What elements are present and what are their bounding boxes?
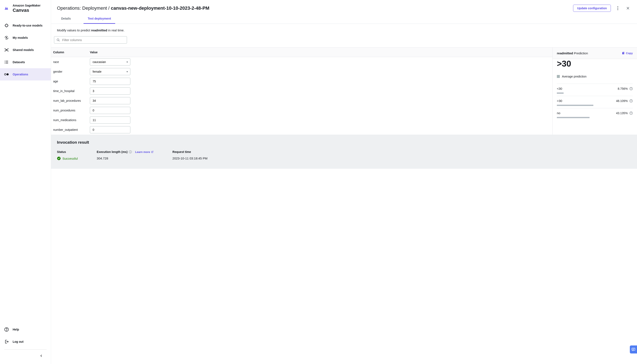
sidebar-item-label: Datasets bbox=[13, 60, 25, 64]
tabs: Details Test deployment bbox=[51, 14, 637, 24]
feature-name: num_lab_procedures bbox=[53, 99, 90, 102]
invocation-status-label: Status bbox=[57, 150, 78, 154]
sidebar-item-ready-to-use-models[interactable]: Ready-to-use models bbox=[0, 20, 51, 32]
feature-row: number_outpatient bbox=[51, 125, 552, 134]
prediction-title-bold: readmitted bbox=[557, 52, 573, 55]
feature-input-num_medications[interactable] bbox=[90, 116, 130, 124]
learn-more-link[interactable]: Learn more bbox=[135, 150, 153, 154]
close-button[interactable] bbox=[625, 5, 631, 12]
kebab-menu-button[interactable] bbox=[615, 5, 621, 12]
copy-prediction-button[interactable]: Copy bbox=[622, 52, 633, 55]
feature-row: race▼ bbox=[51, 57, 552, 67]
feature-input-time_in_hospital[interactable] bbox=[90, 88, 130, 94]
sidebar-item-label: Ready-to-use models bbox=[13, 24, 43, 27]
feature-row: num_lab_procedures bbox=[51, 96, 552, 106]
feature-select-race[interactable] bbox=[90, 58, 130, 66]
tab-details[interactable]: Details bbox=[57, 14, 75, 24]
prediction-legend: Average prediction bbox=[553, 74, 637, 84]
sidebar-item-operations[interactable]: Operations bbox=[0, 68, 51, 80]
breadcrumb: Operations: Deployment / canvas-new-depl… bbox=[57, 6, 569, 11]
logout-icon bbox=[4, 339, 9, 344]
info-icon[interactable]: i bbox=[129, 150, 132, 153]
prediction-bar bbox=[557, 105, 593, 106]
instruction-target: readmitted bbox=[91, 28, 107, 32]
info-icon[interactable] bbox=[629, 99, 633, 102]
feature-name: time_in_hospital bbox=[53, 89, 90, 93]
sidebar-item-shared-models[interactable]: Shared models bbox=[0, 44, 51, 56]
sidebar-item-logout[interactable]: Log out bbox=[0, 336, 51, 348]
feature-row: age bbox=[51, 76, 552, 86]
invocation-request-label: Request time bbox=[172, 150, 207, 154]
chip-icon bbox=[4, 23, 9, 28]
svg-line-13 bbox=[5, 50, 7, 51]
invocation-exec-value: 304.728 bbox=[97, 156, 153, 160]
invocation-status-col: Status Successful bbox=[57, 150, 78, 160]
check-circle-icon bbox=[57, 156, 61, 160]
prediction-class-pct: 48.109% bbox=[616, 99, 628, 102]
feature-table-body: race▼gender▼agetime_in_hospitalnum_lab_p… bbox=[51, 57, 552, 134]
share-nodes-icon bbox=[4, 48, 9, 52]
filter-columns-wrap bbox=[51, 34, 637, 48]
feature-table-header: Column Value bbox=[51, 48, 552, 57]
update-configuration-button[interactable]: Update configuration bbox=[573, 5, 611, 12]
sidebar-item-datasets[interactable]: Datasets bbox=[0, 56, 51, 68]
prediction-class-label: >30 bbox=[557, 99, 616, 102]
search-icon bbox=[57, 38, 60, 42]
feature-input-num_procedures[interactable] bbox=[90, 107, 130, 114]
svg-rect-0 bbox=[6, 24, 8, 27]
copy-label: Copy bbox=[626, 52, 633, 55]
invocation-exec-col: Execution length (ms) i Learn more 304.7… bbox=[97, 150, 153, 160]
chat-fab-button[interactable] bbox=[630, 346, 637, 354]
instruction-suffix: in real time. bbox=[107, 28, 124, 32]
prediction-class-row: no43.135% bbox=[557, 108, 633, 120]
help-circle-icon bbox=[4, 327, 9, 332]
svg-point-27 bbox=[617, 9, 618, 10]
cycle-icon bbox=[4, 36, 9, 40]
sidebar-bottom: Help Log out bbox=[0, 323, 51, 364]
canvas-logo-icon bbox=[4, 6, 9, 11]
svg-point-30 bbox=[57, 39, 59, 41]
invocation-result: Invocation result Status Successful Exec… bbox=[51, 134, 637, 169]
status-text: Successful bbox=[62, 157, 78, 160]
svg-point-5 bbox=[6, 37, 7, 38]
brand-main: Canvas bbox=[13, 8, 47, 13]
info-icon[interactable] bbox=[629, 112, 633, 115]
feature-name: num_medications bbox=[53, 118, 90, 122]
svg-point-21 bbox=[5, 74, 6, 75]
sidebar-nav: Ready-to-use models My models Shared mod… bbox=[0, 15, 51, 323]
prediction-header: readmitted Prediction Copy bbox=[553, 48, 637, 59]
feature-value-cell bbox=[90, 78, 130, 85]
filter-columns-input[interactable] bbox=[54, 36, 127, 44]
feature-select-gender[interactable] bbox=[90, 68, 130, 75]
prediction-class-label: no bbox=[557, 111, 616, 115]
breadcrumb-prefix: Operations: Deployment / bbox=[57, 6, 111, 11]
learn-more-text: Learn more bbox=[135, 150, 150, 154]
prediction-class-label: <30 bbox=[557, 87, 618, 90]
tab-test-deployment[interactable]: Test deployment bbox=[84, 14, 115, 24]
deployment-name: canvas-new-deployment-10-10-2023-2-48-PM bbox=[111, 6, 209, 11]
external-link-icon bbox=[151, 150, 153, 153]
collapse-sidebar-button[interactable] bbox=[38, 352, 45, 359]
feature-input-age[interactable] bbox=[90, 78, 130, 85]
prediction-title: readmitted Prediction bbox=[557, 52, 620, 55]
svg-point-26 bbox=[617, 8, 618, 9]
feature-value-cell: ▼ bbox=[90, 68, 130, 75]
table-header-column: Column bbox=[51, 48, 88, 57]
info-icon[interactable] bbox=[629, 87, 633, 90]
prediction-bar bbox=[557, 117, 589, 118]
instruction-prefix: Modify values to predict bbox=[57, 28, 91, 32]
sidebar-item-label: Operations bbox=[13, 73, 28, 76]
prediction-class-list: <308.756%>3048.109%no43.135% bbox=[553, 84, 637, 120]
feature-value-cell bbox=[90, 97, 130, 104]
sidebar-item-label: Log out bbox=[13, 340, 24, 343]
feature-input-number_outpatient[interactable] bbox=[90, 126, 130, 133]
sidebar-header: Amazon SageMaker Canvas bbox=[0, 0, 51, 15]
sidebar-item-my-models[interactable]: My models bbox=[0, 32, 51, 44]
sidebar: Amazon SageMaker Canvas Ready-to-use mod… bbox=[0, 0, 51, 364]
feature-row: gender▼ bbox=[51, 67, 552, 76]
feature-value-cell bbox=[90, 88, 130, 94]
split-panel: Column Value race▼gender▼agetime_in_hosp… bbox=[51, 48, 637, 134]
feature-input-num_lab_procedures[interactable] bbox=[90, 97, 130, 104]
sidebar-item-help[interactable]: Help bbox=[0, 323, 51, 336]
invocation-exec-label: Execution length (ms) i Learn more bbox=[97, 150, 153, 154]
